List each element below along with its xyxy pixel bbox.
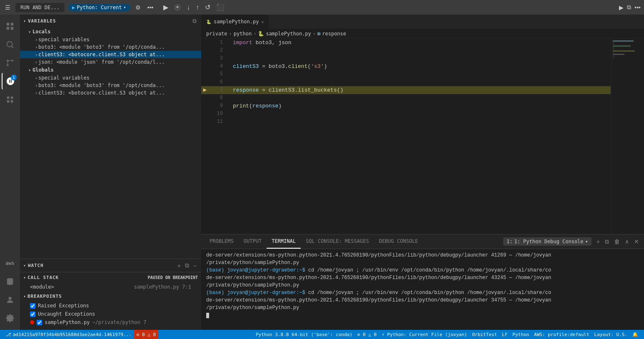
aws-icon[interactable]: aws	[2, 255, 18, 272]
terminal-line-7: de-server/extensions/ms-python.python-20…	[206, 297, 639, 304]
clients3-global[interactable]: › clientS3: <botocore.client.S3 object a…	[20, 89, 201, 97]
boto3-local[interactable]: › boto3: <module 'boto3' from '/opt/cond…	[20, 43, 201, 51]
split-editor-button[interactable]: ⧉	[627, 4, 631, 11]
database-icon[interactable]	[2, 273, 18, 290]
run-button[interactable]: ▶	[619, 4, 624, 11]
continue-button[interactable]: ▶	[162, 2, 170, 12]
terminal-line-1: de-server/extensions/ms-python.python-20…	[206, 252, 639, 259]
new-terminal-button[interactable]: +	[595, 237, 602, 246]
debug-settings-button[interactable]: ⚙	[134, 3, 142, 12]
code-editor[interactable]: 1 import boto3, json 2 3	[201, 39, 611, 234]
terminal-body[interactable]: de-server/extensions/ms-python.python-20…	[201, 249, 644, 330]
svg-point-6	[7, 60, 9, 62]
variables-title: VARIABLES	[28, 18, 56, 24]
step-into-button[interactable]: ↓	[185, 3, 192, 12]
breakpoints-header[interactable]: ▾ BREAKPOINTS	[20, 291, 201, 302]
extensions-icon[interactable]	[2, 91, 18, 108]
variables-section: ▾ VARIABLES ⧉ ▾ Locals › special variabl…	[20, 15, 201, 259]
stop-button[interactable]: ⬛	[215, 2, 226, 12]
close-tab-button[interactable]: ✕	[261, 20, 264, 24]
tab-debug-console[interactable]: DEBUG CONSOLE	[374, 234, 423, 249]
status-bar: ⎇ ad14215a970f34b4b951680d3ae2ae4d-14619…	[0, 330, 644, 339]
maximize-panel-button[interactable]: ∧	[623, 237, 631, 246]
main-content: 1 aws ▾ VARIABLES ⧉	[0, 15, 644, 330]
status-git[interactable]: ⎇ ad14215a970f34b4b951680d3ae2ae4d-14619…	[3, 330, 134, 339]
debug-config-selector[interactable]: ▶ Python: Current ▾	[68, 4, 130, 11]
collapse-watch-button[interactable]: ⧉	[184, 262, 190, 269]
variables-actions: ⧉	[191, 17, 198, 25]
status-language[interactable]: Python	[510, 330, 532, 339]
watch-section: ▾ WATCH + ⧉ −	[20, 259, 201, 272]
editor-tabbar: 🐍 samplePython.py ✕	[201, 15, 644, 29]
uncaught-exceptions-checkbox[interactable]	[30, 312, 35, 317]
more-actions-button[interactable]: •••	[146, 3, 155, 12]
svg-point-7	[11, 60, 13, 62]
tab-terminal[interactable]: TERMINAL	[267, 234, 301, 249]
kill-terminal-button[interactable]: 🗑	[612, 237, 622, 246]
restart-button[interactable]: ↺	[203, 2, 212, 12]
status-aws[interactable]: AWS: profile:default	[532, 330, 592, 339]
globals-header[interactable]: ▾ Globals	[20, 66, 201, 74]
callstack-frame[interactable]: <module> samplePython.py 7:1	[20, 283, 201, 291]
clients3-local[interactable]: › clientS3: <botocore.client.S3 object a…	[20, 51, 201, 58]
source-control-icon[interactable]	[2, 55, 18, 71]
more-button[interactable]: •••	[634, 4, 641, 11]
special-variables-global[interactable]: › special variables	[20, 74, 201, 82]
add-watch-button[interactable]: +	[176, 262, 182, 269]
callstack-header[interactable]: ▾ CALL STACK PAUSED ON BREAKPOINT	[20, 272, 201, 283]
json-local[interactable]: › json: <module 'json' from '/opt/conda/…	[20, 58, 201, 66]
svg-point-10	[8, 297, 11, 300]
breadcrumb: private › python › 🐍 samplePython.py › ⊞…	[201, 29, 644, 39]
status-debug-target[interactable]: ⚡ Python: Current File (jovyan)	[379, 330, 469, 339]
status-orbit-test[interactable]: OrbitTest	[469, 330, 499, 339]
status-notifications[interactable]: 🔔	[630, 330, 641, 339]
editor-tab-samplepython[interactable]: 🐍 samplePython.py ✕	[201, 15, 269, 29]
boto3-global[interactable]: › boto3: <module 'boto3' from '/opt/cond…	[20, 82, 201, 89]
tab-problems[interactable]: PROBLEMS	[205, 234, 239, 249]
raised-exceptions-item[interactable]: Raised Exceptions	[20, 302, 201, 310]
split-terminal-button[interactable]: ⧉	[603, 237, 611, 246]
remove-watch-button[interactable]: −	[192, 262, 198, 269]
tab-sql-console[interactable]: SQL CONSOLE: MESSAGES	[301, 234, 374, 249]
close-panel-button[interactable]: ✕	[632, 237, 641, 246]
explorer-icon[interactable]	[2, 18, 18, 35]
step-over-button[interactable]	[172, 3, 182, 12]
sample-breakpoint-checkbox[interactable]	[37, 320, 42, 325]
terminal-tabs: PROBLEMS OUTPUT TERMINAL SQL CONSOLE: ME…	[201, 234, 644, 249]
watch-header[interactable]: ▾ WATCH + ⧉ −	[20, 259, 201, 272]
callstack-status: PAUSED ON BREAKPOINT	[148, 275, 198, 280]
activity-bottom: aws	[2, 255, 18, 327]
terminal-line-3: (base) jovyan@jupyter-dgraeber:~$ cd /ho…	[206, 267, 639, 274]
locals-header[interactable]: ▾ Locals	[20, 27, 201, 36]
bp-gutter-1	[203, 41, 207, 45]
code-line-3: 3	[201, 55, 611, 62]
status-layout[interactable]: Layout: U.S.	[592, 330, 630, 339]
hamburger-icon[interactable]: ☰	[3, 2, 12, 12]
activity-bar: 1 aws	[0, 15, 20, 330]
status-errors-warnings[interactable]: ⊘ 0 △ 0	[355, 330, 379, 339]
settings-icon[interactable]	[2, 310, 18, 327]
status-errors[interactable]: ⊘ 0 △ 0	[134, 330, 158, 339]
breakpoint-dot	[30, 320, 34, 324]
variables-header[interactable]: ▾ VARIABLES ⧉	[20, 15, 201, 27]
run-debug-tab[interactable]: RUN AND DE...	[15, 3, 65, 12]
debug-icon[interactable]: 1	[2, 73, 18, 90]
step-out-button[interactable]: ↑	[194, 3, 201, 12]
account-icon[interactable]	[2, 292, 18, 308]
special-variables-local[interactable]: › special variables	[20, 36, 201, 43]
raised-exceptions-checkbox[interactable]	[30, 303, 35, 309]
uncaught-exceptions-item[interactable]: Uncaught Exceptions	[20, 310, 201, 318]
search-icon[interactable]	[2, 36, 18, 53]
code-line-1: 1 import boto3, json	[201, 39, 611, 47]
status-lf[interactable]: LF	[499, 330, 510, 339]
titlebar: ☰ RUN AND DE... ▶ Python: Current ▾ ⚙ ••…	[0, 0, 644, 15]
code-line-9: 9 print(response)	[201, 102, 611, 110]
collapse-all-button[interactable]: ⧉	[191, 17, 198, 25]
editor-area: 🐍 samplePython.py ✕ private › python › 🐍…	[201, 15, 644, 330]
terminal-dropdown[interactable]: 1: 1: Python Debug Console ▾	[503, 237, 592, 246]
breakpoints-title: BREAKPOINTS	[27, 294, 62, 299]
status-python-version[interactable]: Python 3.8.8 64-bit ('base': conda)	[253, 330, 355, 339]
tab-output[interactable]: OUTPUT	[239, 234, 267, 249]
sample-breakpoint-item[interactable]: samplePython.py ~/private/python 7	[20, 318, 201, 327]
code-line-7: ▶ 7 response = clientS3.list_buckets()	[201, 86, 611, 94]
